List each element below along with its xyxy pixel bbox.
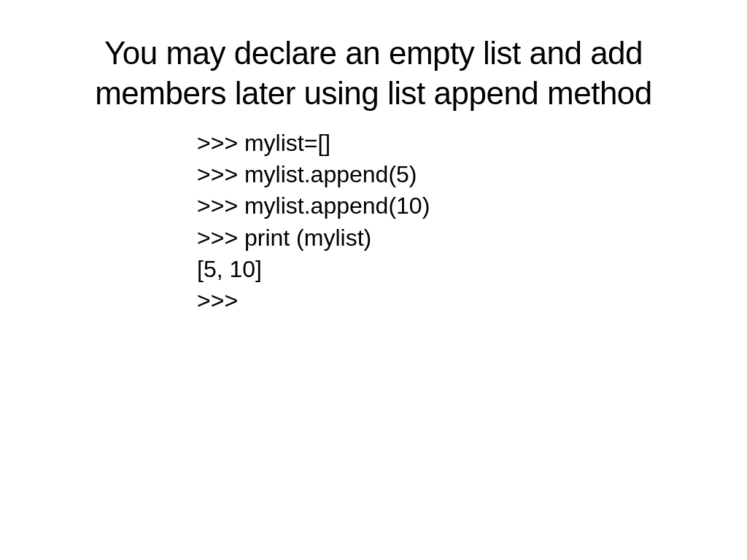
- code-line: [5, 10]: [197, 254, 703, 285]
- code-line: >>> mylist.append(5): [197, 159, 703, 190]
- code-line: >>> mylist=[]: [197, 128, 703, 159]
- code-line: >>> print (mylist): [197, 222, 703, 254]
- code-line: >>> mylist.append(10): [197, 190, 703, 222]
- slide-container: You may declare an empty list and add me…: [0, 0, 747, 560]
- slide-title: You may declare an empty list and add me…: [44, 33, 703, 113]
- code-line: >>>: [197, 285, 703, 316]
- code-example: >>> mylist=[] >>> mylist.append(5) >>> m…: [197, 128, 703, 316]
